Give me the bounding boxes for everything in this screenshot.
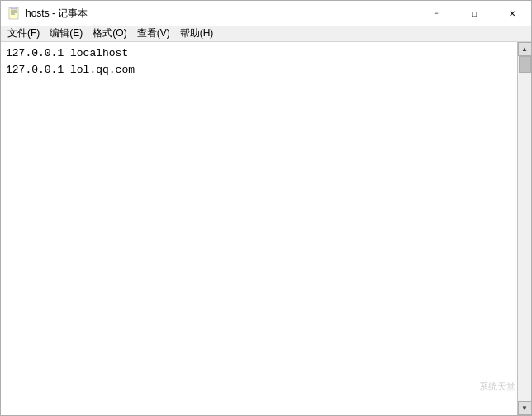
menu-edit[interactable]: 编辑(E) (45, 25, 88, 42)
menu-format[interactable]: 格式(O) (88, 25, 131, 42)
scrollbar-thumb[interactable] (519, 56, 531, 73)
scrollbar-vertical: ▲ ▼ (517, 42, 531, 415)
menu-help[interactable]: 帮助(H) (175, 25, 219, 42)
notepad-icon (7, 7, 21, 20)
title-bar-controls: － □ ✕ (417, 1, 531, 26)
menu-view[interactable]: 查看(V) (132, 25, 175, 42)
menu-file[interactable]: 文件(F) (2, 25, 45, 42)
menu-bar: 文件(F) 编辑(E) 格式(O) 查看(V) 帮助(H) (1, 26, 531, 42)
title-bar: hosts - 记事本 － □ ✕ (1, 1, 531, 26)
maximize-button[interactable]: □ (455, 1, 493, 26)
scroll-up-button[interactable]: ▲ (518, 42, 532, 56)
title-bar-left: hosts - 记事本 (7, 7, 88, 21)
scroll-down-button[interactable]: ▼ (518, 401, 532, 415)
scrollbar-track[interactable] (518, 56, 531, 401)
minimize-button[interactable]: － (417, 1, 455, 26)
text-editor[interactable]: 127.0.0.1 localhost 127.0.0.1 lol.qq.com (1, 42, 517, 415)
window-title: hosts - 记事本 (26, 7, 88, 21)
notepad-window: hosts - 记事本 － □ ✕ 文件(F) 编辑(E) 格式(O) 查看(V… (0, 0, 532, 416)
watermark: 系统天堂 (479, 381, 515, 393)
close-button[interactable]: ✕ (493, 1, 531, 26)
svg-rect-1 (11, 7, 17, 9)
editor-area: 127.0.0.1 localhost 127.0.0.1 lol.qq.com… (1, 42, 531, 415)
